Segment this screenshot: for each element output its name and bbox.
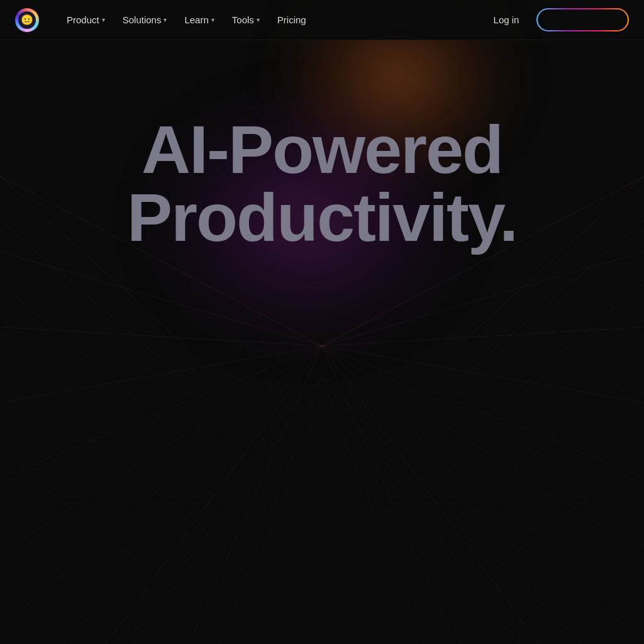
- tools-label: Tools: [232, 14, 254, 25]
- logo[interactable]: 😐: [15, 8, 39, 32]
- nav-item-solutions[interactable]: Solutions ▾: [115, 9, 175, 30]
- hero-section: AI-Powered Productivity.: [0, 40, 644, 644]
- logo-inner: 😐: [18, 11, 36, 29]
- solutions-chevron-icon: ▾: [164, 16, 167, 23]
- nav-item-tools[interactable]: Tools ▾: [225, 9, 267, 30]
- product-label: Product: [67, 14, 99, 25]
- nav-item-pricing[interactable]: Pricing: [270, 9, 314, 30]
- solutions-label: Solutions: [123, 14, 162, 25]
- nav-left: 😐 Product ▾ Solutions ▾ Learn ▾ Tools ▾ …: [15, 8, 314, 32]
- nav-menu: Product ▾ Solutions ▾ Learn ▾ Tools ▾ Pr…: [59, 9, 314, 30]
- hero-title-line1: AI-Powered: [127, 116, 517, 184]
- nav-right: Log in Sign up for free: [486, 8, 629, 31]
- logo-icon: 😐: [21, 14, 33, 26]
- signup-button[interactable]: Sign up for free: [536, 8, 629, 31]
- learn-chevron-icon: ▾: [211, 16, 214, 23]
- nav-item-product[interactable]: Product ▾: [59, 9, 113, 30]
- pricing-label: Pricing: [277, 14, 306, 25]
- hero-title-line2: Productivity.: [127, 184, 517, 252]
- product-chevron-icon: ▾: [102, 16, 105, 23]
- hero-title: AI-Powered Productivity.: [127, 116, 517, 252]
- tools-chevron-icon: ▾: [257, 16, 260, 23]
- nav-item-learn[interactable]: Learn ▾: [177, 9, 221, 30]
- navbar: 😐 Product ▾ Solutions ▾ Learn ▾ Tools ▾ …: [0, 0, 644, 40]
- learn-label: Learn: [184, 14, 208, 25]
- login-button[interactable]: Log in: [486, 9, 527, 30]
